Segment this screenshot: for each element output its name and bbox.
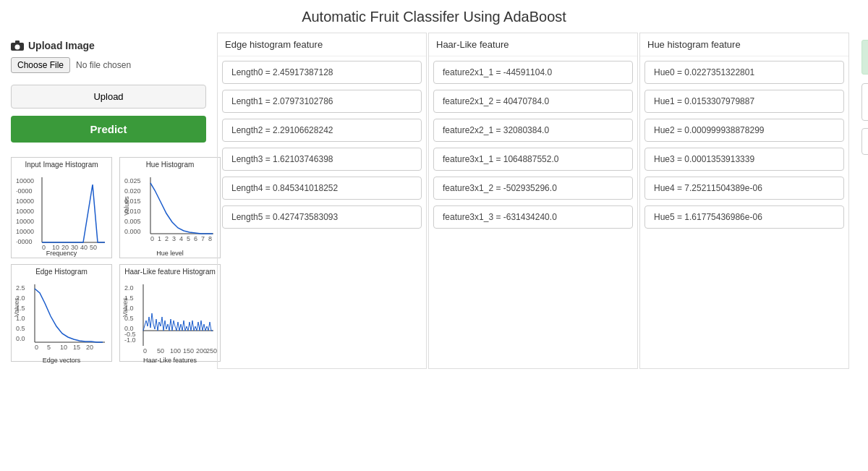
edge-histogram-column: Edge histogram feature Length0 = 2.45917… bbox=[217, 33, 427, 369]
svg-text:·0000: ·0000 bbox=[16, 187, 33, 195]
list-item: Length5 = 0.427473583093 bbox=[222, 205, 422, 229]
result-header: RESULT bbox=[861, 40, 868, 75]
svg-text:7: 7 bbox=[201, 235, 205, 242]
svg-text:5: 5 bbox=[187, 235, 190, 242]
hue-histogram-list[interactable]: Hue0 = 0.0227351322801 Hue1 = 0.01533079… bbox=[640, 56, 848, 281]
edge-histogram-chart: Edge Histogram 2.5 2.0 1.5 1.0 0.5 0.0 V bbox=[11, 264, 112, 362]
svg-text:-1.0: -1.0 bbox=[124, 336, 136, 344]
predict-button[interactable]: Predict bbox=[11, 116, 206, 143]
svg-text:Values: Values bbox=[123, 196, 130, 216]
choose-file-button[interactable]: Choose File bbox=[11, 57, 70, 73]
svg-rect-2 bbox=[15, 41, 20, 43]
svg-text:0.0: 0.0 bbox=[16, 335, 25, 342]
svg-text:Values: Values bbox=[123, 297, 129, 317]
list-item: Hue1 = 0.0153307979887 bbox=[644, 90, 844, 113]
svg-text:1: 1 bbox=[158, 235, 161, 242]
list-item: feature3x1_1 = 1064887552.0 bbox=[433, 148, 633, 171]
list-item: Hue2 = 0.000999938878299 bbox=[644, 119, 844, 142]
list-item: Hue4 = 7.25211504389e-06 bbox=[644, 177, 844, 200]
svg-text:5: 5 bbox=[47, 344, 51, 351]
camera-icon bbox=[11, 41, 24, 51]
left-panel: Upload Image Choose File No file chosen … bbox=[0, 33, 217, 369]
svg-text:15: 15 bbox=[73, 344, 80, 351]
list-item: Hue5 = 1.61775436986e-06 bbox=[644, 205, 844, 229]
edge-histogram-header: Edge histogram feature bbox=[218, 33, 426, 56]
upload-label: Upload Image bbox=[11, 40, 206, 51]
page-title: Automatic Fruit Classifer Using AdaBoost bbox=[0, 0, 868, 33]
list-item: Length0 = 2.45917387128 bbox=[222, 61, 422, 84]
svg-text:50: 50 bbox=[90, 244, 97, 251]
haar-feature-column: Haar-Like feature feature2x1_1 = -445911… bbox=[428, 33, 638, 369]
svg-text:150: 150 bbox=[183, 347, 194, 355]
list-item: feature2x1_2 = 40470784.0 bbox=[433, 90, 633, 113]
svg-text:3: 3 bbox=[172, 235, 176, 242]
list-item: feature2x1_1 = -44591104.0 bbox=[433, 61, 633, 84]
svg-text:10000: 10000 bbox=[16, 198, 34, 205]
upload-button[interactable]: Upload bbox=[11, 85, 206, 109]
list-item: Length2 = 2.29106628242 bbox=[222, 119, 422, 142]
list-item: feature2x2_1 = 32080384.0 bbox=[433, 119, 633, 142]
hue-histogram-column: Hue histogram feature Hue0 = 0.022735132… bbox=[639, 33, 849, 369]
probability-result: Probability of prediction: 54.4% bbox=[861, 128, 868, 155]
svg-text:20: 20 bbox=[86, 344, 93, 351]
list-item: Length4 = 0.845341018252 bbox=[222, 177, 422, 200]
list-item: Hue3 = 0.0001353913339 bbox=[644, 148, 844, 171]
svg-text:10: 10 bbox=[60, 344, 67, 351]
svg-text:2.5: 2.5 bbox=[16, 284, 25, 292]
svg-text:0.000: 0.000 bbox=[124, 228, 141, 235]
svg-text:10000: 10000 bbox=[16, 228, 34, 235]
list-item: feature3x1_3 = -631434240.0 bbox=[433, 205, 633, 229]
svg-text:0: 0 bbox=[42, 244, 46, 251]
edge-histogram-list[interactable]: Length0 = 2.45917387128 Length1 = 2.0797… bbox=[218, 56, 426, 281]
svg-text:40: 40 bbox=[80, 244, 88, 251]
svg-text:0: 0 bbox=[143, 347, 147, 355]
svg-text:50: 50 bbox=[157, 347, 164, 355]
classification-result: The given input is classified as: fruits… bbox=[861, 83, 868, 121]
haar-histogram-title: Haar-Like feature Histogram bbox=[123, 268, 217, 276]
svg-point-1 bbox=[15, 45, 20, 50]
svg-text:10000: 10000 bbox=[16, 208, 34, 215]
charts-row-top: Input Image Histogram 10000 ·0000 10000 … bbox=[11, 157, 206, 258]
svg-text:0.005: 0.005 bbox=[124, 218, 141, 225]
haar-feature-header: Haar-Like feature bbox=[429, 33, 637, 56]
svg-text:8: 8 bbox=[208, 235, 212, 242]
haar-feature-list[interactable]: feature2x1_1 = -44591104.0 feature2x1_2 … bbox=[429, 56, 637, 281]
edge-histogram-title: Edge Histogram bbox=[14, 268, 109, 276]
hue-histogram-chart: Hue Histogram 0.025 0.020 0.015 0.010 0.… bbox=[119, 157, 221, 258]
right-panel: RESULT The given input is classified as:… bbox=[851, 33, 868, 369]
svg-text:Values: Values bbox=[14, 297, 20, 317]
svg-text:·0000: ·0000 bbox=[16, 238, 33, 245]
features-section: Edge histogram feature Length0 = 2.45917… bbox=[217, 33, 868, 369]
list-item: Length3 = 1.62103746398 bbox=[222, 148, 422, 171]
charts-row-bottom: Edge Histogram 2.5 2.0 1.5 1.0 0.5 0.0 V bbox=[11, 264, 206, 362]
list-item: feature3x1_2 = -502935296.0 bbox=[433, 177, 633, 200]
hue-histogram-title: Hue Histogram bbox=[123, 161, 217, 169]
svg-text:6: 6 bbox=[194, 235, 197, 242]
svg-text:0.5: 0.5 bbox=[16, 325, 25, 332]
svg-text:200: 200 bbox=[196, 347, 207, 355]
upload-section: Upload Image Choose File No file chosen … bbox=[11, 40, 206, 143]
svg-text:2.0: 2.0 bbox=[124, 284, 134, 292]
upload-label-text: Upload Image bbox=[28, 40, 95, 51]
svg-text:0: 0 bbox=[150, 235, 154, 242]
no-file-text: No file chosen bbox=[76, 60, 131, 70]
list-item: Hue0 = 0.0227351322801 bbox=[644, 61, 844, 84]
file-input-row: Choose File No file chosen bbox=[11, 57, 206, 73]
svg-text:0.025: 0.025 bbox=[124, 177, 141, 184]
charts-area: Input Image Histogram 10000 ·0000 10000 … bbox=[11, 157, 206, 362]
svg-text:10000: 10000 bbox=[16, 218, 34, 225]
svg-text:250: 250 bbox=[206, 347, 217, 355]
svg-text:0.020: 0.020 bbox=[124, 187, 141, 195]
hue-histogram-header: Hue histogram feature bbox=[640, 33, 848, 56]
svg-text:4: 4 bbox=[179, 235, 183, 242]
list-item: Length1 = 2.07973102786 bbox=[222, 90, 422, 113]
svg-text:100: 100 bbox=[170, 347, 181, 355]
haar-histogram-chart: Haar-Like feature Histogram 2.0 1.5 1.0 … bbox=[119, 264, 221, 362]
input-histogram-chart: Input Image Histogram 10000 ·0000 10000 … bbox=[11, 157, 112, 258]
svg-text:10000: 10000 bbox=[16, 177, 34, 184]
svg-text:2: 2 bbox=[165, 235, 169, 242]
svg-text:0: 0 bbox=[35, 344, 38, 351]
input-histogram-title: Input Image Histogram bbox=[14, 161, 109, 169]
